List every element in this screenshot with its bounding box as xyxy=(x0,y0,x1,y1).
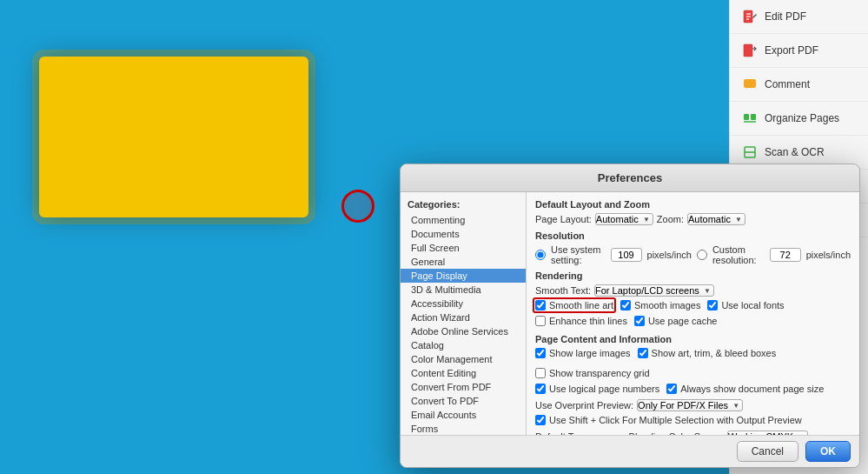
overprint-row: Use Overprint Preview: Only For PDF/X Fi… xyxy=(535,399,851,428)
use-local-fonts-label: Use local fonts xyxy=(721,300,784,310)
cat-convert-to[interactable]: Convert To PDF xyxy=(401,394,526,408)
custom-resolution-radio[interactable] xyxy=(697,250,707,260)
always-show-doc-checkbox[interactable] xyxy=(666,384,677,394)
cat-color-mgmt[interactable]: Color Management xyxy=(401,352,526,366)
system-resolution-radio[interactable] xyxy=(535,250,546,260)
system-pixels-label: pixels/inch xyxy=(647,250,692,260)
export-pdf-item[interactable]: Export PDF xyxy=(730,34,868,68)
cat-documents[interactable]: Documents xyxy=(401,227,526,241)
smooth-line-art-label: Smooth line art xyxy=(549,300,613,310)
prefs-footer: Cancel OK xyxy=(401,435,859,467)
smooth-text-label: Smooth Text: xyxy=(535,285,591,296)
export-icon xyxy=(742,43,758,58)
cat-general[interactable]: General xyxy=(401,255,526,269)
use-logical-checkbox[interactable] xyxy=(535,384,546,394)
scan-icon xyxy=(742,144,758,160)
ok-button[interactable]: OK xyxy=(805,441,851,462)
overprint-label: Use Overprint Preview: xyxy=(535,400,633,411)
cat-adobe-online[interactable]: Adobe Online Services xyxy=(401,324,526,338)
smooth-line-art-checkbox[interactable] xyxy=(535,300,546,310)
smooth-images-row: Smooth images xyxy=(620,300,700,310)
edit-icon xyxy=(742,9,758,24)
use-logical-row: Use logical page numbers xyxy=(535,384,659,394)
overprint-wrapper[interactable]: Only For PDF/X Files xyxy=(637,399,743,411)
edit-pdf-item[interactable]: Edit PDF xyxy=(730,0,868,34)
zoom-select[interactable]: Automatic xyxy=(687,213,745,225)
red-circle-annotation xyxy=(341,190,374,223)
comment-icon xyxy=(742,77,758,92)
enhance-thin-lines-label: Enhance thin lines xyxy=(549,316,627,326)
transparency-blend-wrapper[interactable]: Working CMYK xyxy=(727,431,808,435)
page-content-title: Page Content and Information xyxy=(535,334,851,344)
show-large-images-label: Show large images xyxy=(549,348,631,358)
svg-rect-6 xyxy=(744,114,749,120)
smooth-images-label: Smooth images xyxy=(634,300,700,310)
smooth-images-checkbox[interactable] xyxy=(620,300,631,310)
svg-rect-5 xyxy=(744,79,756,88)
prefs-body: Categories: Commenting Documents Full Sc… xyxy=(401,192,859,435)
custom-resolution-value[interactable] xyxy=(770,248,801,262)
cat-accessibility[interactable]: Accessibility xyxy=(401,297,526,310)
cat-email[interactable]: Email Accounts xyxy=(401,408,526,422)
comment-label: Comment xyxy=(765,78,810,90)
svg-rect-4 xyxy=(744,44,752,57)
preferences-dialog: Preferences Categories: Commenting Docum… xyxy=(400,164,860,468)
use-system-label: Use system setting: xyxy=(551,244,606,265)
show-large-images-checkbox[interactable] xyxy=(535,348,546,358)
show-transparency-row: Show transparency grid xyxy=(535,368,650,378)
edit-pdf-label: Edit PDF xyxy=(765,10,806,23)
cat-fullscreen[interactable]: Full Screen xyxy=(401,241,526,255)
use-local-fonts-row: Use local fonts xyxy=(707,300,784,310)
use-page-cache-checkbox[interactable] xyxy=(634,316,645,326)
cat-page-display[interactable]: Page Display xyxy=(401,269,526,283)
use-logical-label: Use logical page numbers xyxy=(549,384,659,394)
zoom-wrapper[interactable]: Automatic xyxy=(687,213,745,225)
cat-3d-multimedia[interactable]: 3D & Multimedia xyxy=(401,283,526,297)
comment-item[interactable]: Comment xyxy=(730,68,868,102)
zoom-label: Zoom: xyxy=(657,214,684,224)
organize-pages-label: Organize Pages xyxy=(765,112,839,124)
custom-resolution-label: Custom resolution: xyxy=(712,244,765,265)
categories-panel: Categories: Commenting Documents Full Sc… xyxy=(401,192,527,435)
cat-forms[interactable]: Forms xyxy=(401,422,526,435)
enhance-thin-lines-row: Enhance thin lines xyxy=(535,316,627,326)
scan-ocr-label: Scan & OCR xyxy=(765,146,825,158)
organize-icon xyxy=(742,110,758,126)
use-page-cache-row: Use page cache xyxy=(634,316,718,326)
cat-convert-from[interactable]: Convert From PDF xyxy=(401,380,526,394)
prefs-content: Default Layout and Zoom Page Layout: Aut… xyxy=(527,192,859,435)
page-layout-wrapper[interactable]: Automatic xyxy=(595,213,653,225)
use-shift-checkbox[interactable] xyxy=(535,415,546,425)
show-art-trim-checkbox[interactable] xyxy=(638,348,648,358)
show-large-images-row: Show large images xyxy=(535,348,631,358)
cat-catalog[interactable]: Catalog xyxy=(401,338,526,352)
transparency-blend-select[interactable]: Working CMYK xyxy=(727,431,808,435)
show-art-trim-label: Show art, trim, & bleed boxes xyxy=(652,348,777,358)
always-show-doc-row: Always show document page size xyxy=(666,384,824,394)
show-art-trim-row: Show art, trim, & bleed boxes xyxy=(638,348,777,358)
enhance-thin-lines-checkbox[interactable] xyxy=(535,316,546,326)
cat-content-editing[interactable]: Content Editing xyxy=(401,366,526,380)
show-transparency-checkbox[interactable] xyxy=(535,368,546,378)
cat-commenting[interactable]: Commenting xyxy=(401,213,526,227)
cat-action-wizard[interactable]: Action Wizard xyxy=(401,310,526,324)
organize-pages-item[interactable]: Organize Pages xyxy=(730,102,868,136)
show-transparency-label: Show transparency grid xyxy=(549,368,650,378)
use-page-cache-label: Use page cache xyxy=(648,316,718,326)
svg-rect-7 xyxy=(751,114,756,120)
page-layout-select[interactable]: Automatic xyxy=(595,213,653,225)
categories-label: Categories: xyxy=(401,196,526,213)
page-layout-label: Page Layout: xyxy=(535,214,592,224)
overprint-select[interactable]: Only For PDF/X Files xyxy=(637,399,743,411)
use-local-fonts-checkbox[interactable] xyxy=(707,300,718,310)
smooth-text-wrapper[interactable]: For Laptop/LCD screens xyxy=(594,284,714,297)
cancel-button[interactable]: Cancel xyxy=(737,441,798,462)
prefs-title: Preferences xyxy=(401,164,859,192)
use-shift-label: Use Shift + Click For Multiple Selection… xyxy=(549,415,802,425)
always-show-doc-label: Always show document page size xyxy=(680,384,824,394)
smooth-line-art-row: Smooth line art xyxy=(535,300,613,310)
system-resolution-value[interactable] xyxy=(611,248,642,262)
use-shift-row: Use Shift + Click For Multiple Selection… xyxy=(535,415,802,425)
smooth-text-select[interactable]: For Laptop/LCD screens xyxy=(594,284,714,297)
layout-zoom-title: Default Layout and Zoom xyxy=(535,199,851,210)
